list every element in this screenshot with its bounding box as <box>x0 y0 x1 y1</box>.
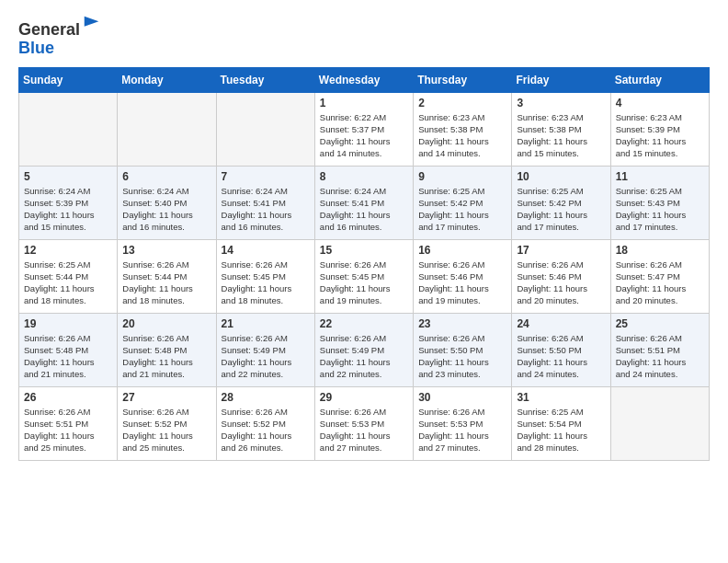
day-number: 17 <box>517 244 605 257</box>
day-number: 6 <box>122 170 210 183</box>
week-row-5: 26Sunrise: 6:26 AM Sunset: 5:51 PM Dayli… <box>19 386 710 460</box>
svg-marker-0 <box>85 17 99 27</box>
empty-cell <box>216 92 314 166</box>
day-cell-31: 31Sunrise: 6:25 AM Sunset: 5:54 PM Dayli… <box>512 386 610 460</box>
day-info: Sunrise: 6:26 AM Sunset: 5:49 PM Dayligh… <box>222 332 310 381</box>
day-info: Sunrise: 6:24 AM Sunset: 5:41 PM Dayligh… <box>222 185 310 234</box>
day-cell-26: 26Sunrise: 6:26 AM Sunset: 5:51 PM Dayli… <box>19 386 118 460</box>
day-info: Sunrise: 6:26 AM Sunset: 5:45 PM Dayligh… <box>320 259 408 307</box>
day-number: 26 <box>24 391 112 404</box>
day-cell-24: 24Sunrise: 6:26 AM Sunset: 5:50 PM Dayli… <box>512 313 610 386</box>
day-cell-29: 29Sunrise: 6:26 AM Sunset: 5:53 PM Dayli… <box>314 386 413 460</box>
weekday-sunday: Sunday <box>19 67 118 92</box>
logo-general-text: General <box>18 20 80 39</box>
day-cell-10: 10Sunrise: 6:25 AM Sunset: 5:42 PM Dayli… <box>512 166 610 239</box>
day-info: Sunrise: 6:23 AM Sunset: 5:39 PM Dayligh… <box>616 111 704 160</box>
logo-blue-text: Blue <box>18 39 54 57</box>
day-number: 9 <box>418 170 506 183</box>
day-number: 20 <box>122 317 210 330</box>
weekday-header-row: SundayMondayTuesdayWednesdayThursdayFrid… <box>19 67 710 92</box>
day-cell-22: 22Sunrise: 6:26 AM Sunset: 5:49 PM Dayli… <box>314 313 413 386</box>
day-number: 25 <box>616 317 704 330</box>
day-info: Sunrise: 6:23 AM Sunset: 5:38 PM Dayligh… <box>517 111 605 160</box>
day-number: 13 <box>122 244 210 257</box>
day-number: 31 <box>517 391 605 404</box>
day-cell-13: 13Sunrise: 6:26 AM Sunset: 5:44 PM Dayli… <box>118 239 216 313</box>
day-cell-20: 20Sunrise: 6:26 AM Sunset: 5:48 PM Dayli… <box>118 313 216 386</box>
day-info: Sunrise: 6:26 AM Sunset: 5:50 PM Dayligh… <box>517 332 605 381</box>
day-number: 30 <box>418 391 506 404</box>
week-row-3: 12Sunrise: 6:25 AM Sunset: 5:44 PM Dayli… <box>19 239 710 313</box>
day-info: Sunrise: 6:24 AM Sunset: 5:39 PM Dayligh… <box>24 185 112 234</box>
day-cell-19: 19Sunrise: 6:26 AM Sunset: 5:48 PM Dayli… <box>19 313 118 386</box>
header: General Blue <box>18 18 710 58</box>
logo-flag-icon <box>82 15 102 35</box>
day-number: 19 <box>24 317 112 330</box>
day-cell-14: 14Sunrise: 6:26 AM Sunset: 5:45 PM Dayli… <box>216 239 314 313</box>
week-row-2: 5Sunrise: 6:24 AM Sunset: 5:39 PM Daylig… <box>19 166 710 239</box>
day-info: Sunrise: 6:26 AM Sunset: 5:51 PM Dayligh… <box>24 406 112 454</box>
day-cell-27: 27Sunrise: 6:26 AM Sunset: 5:52 PM Dayli… <box>118 386 216 460</box>
day-cell-5: 5Sunrise: 6:24 AM Sunset: 5:39 PM Daylig… <box>19 166 118 239</box>
day-cell-15: 15Sunrise: 6:26 AM Sunset: 5:45 PM Dayli… <box>314 239 413 313</box>
page: General Blue SundayMondayTuesdayWednesda… <box>0 0 728 470</box>
day-number: 3 <box>517 97 605 109</box>
day-info: Sunrise: 6:24 AM Sunset: 5:40 PM Dayligh… <box>122 185 210 234</box>
weekday-wednesday: Wednesday <box>314 67 413 92</box>
day-number: 24 <box>517 317 605 330</box>
day-info: Sunrise: 6:24 AM Sunset: 5:41 PM Dayligh… <box>320 185 408 234</box>
day-info: Sunrise: 6:25 AM Sunset: 5:43 PM Dayligh… <box>616 185 704 234</box>
day-cell-1: 1Sunrise: 6:22 AM Sunset: 5:37 PM Daylig… <box>314 92 413 166</box>
day-info: Sunrise: 6:25 AM Sunset: 5:54 PM Dayligh… <box>517 406 605 454</box>
weekday-tuesday: Tuesday <box>216 67 314 92</box>
weekday-friday: Friday <box>512 67 610 92</box>
day-info: Sunrise: 6:26 AM Sunset: 5:46 PM Dayligh… <box>418 259 506 307</box>
day-number: 10 <box>517 170 605 183</box>
day-info: Sunrise: 6:25 AM Sunset: 5:44 PM Dayligh… <box>24 259 112 307</box>
day-cell-12: 12Sunrise: 6:25 AM Sunset: 5:44 PM Dayli… <box>19 239 118 313</box>
weekday-thursday: Thursday <box>414 67 512 92</box>
day-info: Sunrise: 6:25 AM Sunset: 5:42 PM Dayligh… <box>418 185 506 234</box>
day-number: 12 <box>24 244 112 257</box>
day-info: Sunrise: 6:26 AM Sunset: 5:48 PM Dayligh… <box>24 332 112 381</box>
day-info: Sunrise: 6:26 AM Sunset: 5:53 PM Dayligh… <box>418 406 506 454</box>
day-number: 2 <box>418 97 506 109</box>
day-cell-11: 11Sunrise: 6:25 AM Sunset: 5:43 PM Dayli… <box>610 166 709 239</box>
day-info: Sunrise: 6:26 AM Sunset: 5:52 PM Dayligh… <box>122 406 210 454</box>
day-number: 27 <box>122 391 210 404</box>
day-info: Sunrise: 6:26 AM Sunset: 5:44 PM Dayligh… <box>122 259 210 307</box>
day-number: 1 <box>320 97 408 109</box>
week-row-1: 1Sunrise: 6:22 AM Sunset: 5:37 PM Daylig… <box>19 92 710 166</box>
day-number: 21 <box>222 317 310 330</box>
week-row-4: 19Sunrise: 6:26 AM Sunset: 5:48 PM Dayli… <box>19 313 710 386</box>
day-cell-16: 16Sunrise: 6:26 AM Sunset: 5:46 PM Dayli… <box>414 239 512 313</box>
day-info: Sunrise: 6:26 AM Sunset: 5:47 PM Dayligh… <box>616 259 704 307</box>
weekday-saturday: Saturday <box>610 67 709 92</box>
day-cell-23: 23Sunrise: 6:26 AM Sunset: 5:50 PM Dayli… <box>414 313 512 386</box>
day-cell-4: 4Sunrise: 6:23 AM Sunset: 5:39 PM Daylig… <box>610 92 709 166</box>
day-cell-17: 17Sunrise: 6:26 AM Sunset: 5:46 PM Dayli… <box>512 239 610 313</box>
day-cell-21: 21Sunrise: 6:26 AM Sunset: 5:49 PM Dayli… <box>216 313 314 386</box>
empty-cell <box>19 92 118 166</box>
day-info: Sunrise: 6:26 AM Sunset: 5:49 PM Dayligh… <box>320 332 408 381</box>
calendar-table: SundayMondayTuesdayWednesdayThursdayFrid… <box>18 67 710 461</box>
day-number: 14 <box>222 244 310 257</box>
day-number: 23 <box>418 317 506 330</box>
day-info: Sunrise: 6:25 AM Sunset: 5:42 PM Dayligh… <box>517 185 605 234</box>
day-number: 4 <box>616 97 704 109</box>
day-info: Sunrise: 6:26 AM Sunset: 5:51 PM Dayligh… <box>616 332 704 381</box>
empty-cell <box>118 92 216 166</box>
day-number: 22 <box>320 317 408 330</box>
day-number: 5 <box>24 170 112 183</box>
day-info: Sunrise: 6:26 AM Sunset: 5:50 PM Dayligh… <box>418 332 506 381</box>
day-cell-30: 30Sunrise: 6:26 AM Sunset: 5:53 PM Dayli… <box>414 386 512 460</box>
day-info: Sunrise: 6:26 AM Sunset: 5:46 PM Dayligh… <box>517 259 605 307</box>
day-cell-9: 9Sunrise: 6:25 AM Sunset: 5:42 PM Daylig… <box>414 166 512 239</box>
day-info: Sunrise: 6:26 AM Sunset: 5:52 PM Dayligh… <box>222 406 310 454</box>
day-cell-3: 3Sunrise: 6:23 AM Sunset: 5:38 PM Daylig… <box>512 92 610 166</box>
day-cell-2: 2Sunrise: 6:23 AM Sunset: 5:38 PM Daylig… <box>414 92 512 166</box>
day-number: 15 <box>320 244 408 257</box>
day-cell-6: 6Sunrise: 6:24 AM Sunset: 5:40 PM Daylig… <box>118 166 216 239</box>
day-number: 7 <box>222 170 310 183</box>
day-cell-28: 28Sunrise: 6:26 AM Sunset: 5:52 PM Dayli… <box>216 386 314 460</box>
